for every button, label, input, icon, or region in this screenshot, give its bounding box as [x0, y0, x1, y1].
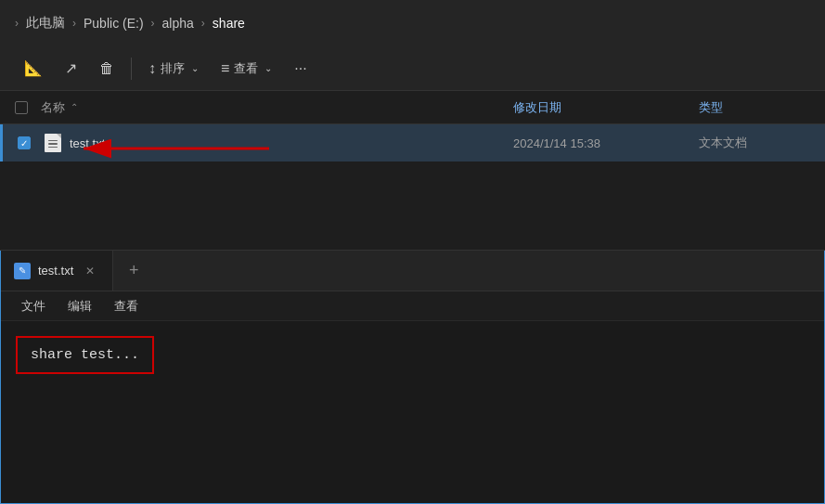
menu-edit-label: 编辑	[68, 299, 92, 313]
notepad-tab-label: test.txt	[38, 264, 73, 278]
breadcrumb-item-public-e[interactable]: Public (E:)	[84, 16, 144, 31]
col-check-header	[15, 101, 41, 114]
txt-file-icon	[45, 134, 61, 152]
sort-icon: ↕	[148, 60, 156, 77]
col-type-label: 类型	[699, 100, 723, 114]
breadcrumb-root-arrow: ›	[15, 17, 19, 30]
content-text-box: share test...	[16, 336, 154, 374]
file-name: test.txt	[70, 136, 513, 150]
breadcrumb-item-share[interactable]: share	[213, 16, 245, 31]
sort-label: 排序	[161, 60, 185, 77]
share-button[interactable]: ↗	[56, 54, 86, 83]
new-icon: 📐	[24, 59, 43, 77]
breadcrumb-bar: › 此电脑 › Public (E:) › alpha › share	[0, 0, 825, 46]
file-icon	[44, 134, 62, 152]
row-checkbox-container: ✓	[18, 136, 44, 149]
notepad-titlebar: ✎ test.txt ✕ +	[1, 251, 824, 291]
view-icon: ≡	[221, 60, 229, 77]
col-name-label: 名称	[41, 99, 65, 116]
notepad-tab[interactable]: ✎ test.txt ✕	[1, 251, 113, 291]
breadcrumb-sep-1: ›	[72, 17, 76, 30]
notepad-menubar: 文件 编辑 查看	[1, 291, 824, 321]
sort-button[interactable]: ↕ 排序 ⌄	[139, 55, 208, 83]
txt-line-3	[48, 147, 58, 149]
menu-view-label: 查看	[114, 299, 138, 313]
breadcrumb-item-alpha[interactable]: alpha	[162, 16, 194, 31]
col-type-header[interactable]: 类型	[699, 99, 810, 116]
explorer-window: › 此电脑 › Public (E:) › alpha › share 📐 ↗ …	[0, 0, 825, 251]
col-name-header[interactable]: 名称 ⌃	[41, 99, 513, 116]
delete-button[interactable]: 🗑	[90, 55, 123, 83]
toolbar: 📐 ↗ 🗑 ↕ 排序 ⌄ ≡ 查看 ⌄ ···	[0, 46, 825, 91]
new-button[interactable]: 📐	[15, 54, 52, 83]
more-icon: ···	[294, 60, 306, 77]
breadcrumb-sep-3: ›	[201, 17, 205, 30]
notepad-window: ✎ test.txt ✕ + 文件 编辑 查看 share test...	[0, 251, 825, 504]
tab-close-button[interactable]: ✕	[81, 262, 99, 280]
breadcrumb-item-this-pc[interactable]: 此电脑	[26, 15, 65, 32]
more-button[interactable]: ···	[285, 55, 316, 83]
menu-file-label: 文件	[21, 299, 45, 313]
new-tab-icon: +	[129, 261, 139, 280]
select-all-checkbox[interactable]	[15, 101, 28, 114]
sort-dropdown-arrow: ⌄	[191, 63, 199, 73]
view-dropdown-arrow: ⌄	[264, 63, 272, 73]
col-date-label: 修改日期	[513, 100, 561, 114]
txt-line-2	[48, 143, 58, 145]
menu-view[interactable]: 查看	[105, 294, 148, 318]
view-label: 查看	[234, 60, 258, 77]
file-type: 文本文档	[699, 135, 810, 151]
share-icon: ↗	[65, 59, 77, 77]
menu-edit[interactable]: 编辑	[58, 294, 101, 318]
col-name-sort-arrow: ⌃	[71, 102, 78, 112]
column-headers: 名称 ⌃ 修改日期 类型	[0, 91, 825, 124]
content-text: share test...	[31, 347, 139, 363]
notepad-content[interactable]: share test...	[1, 321, 824, 503]
breadcrumb-sep-2: ›	[151, 17, 155, 30]
col-date-header[interactable]: 修改日期	[513, 99, 699, 116]
toolbar-divider-1	[131, 58, 132, 80]
notepad-tab-icon: ✎	[14, 263, 31, 279]
row-checkbox-checked[interactable]: ✓	[18, 136, 31, 149]
txt-icon-lines	[48, 140, 58, 149]
file-row[interactable]: ✓ test.txt 2024/1/14 15:38 文本文档	[0, 124, 825, 162]
menu-file[interactable]: 文件	[12, 294, 55, 318]
file-date: 2024/1/14 15:38	[513, 136, 699, 150]
trash-icon: 🗑	[99, 60, 114, 77]
new-tab-button[interactable]: +	[117, 254, 150, 288]
txt-line-1	[48, 140, 58, 142]
view-button[interactable]: ≡ 查看 ⌄	[212, 55, 281, 83]
